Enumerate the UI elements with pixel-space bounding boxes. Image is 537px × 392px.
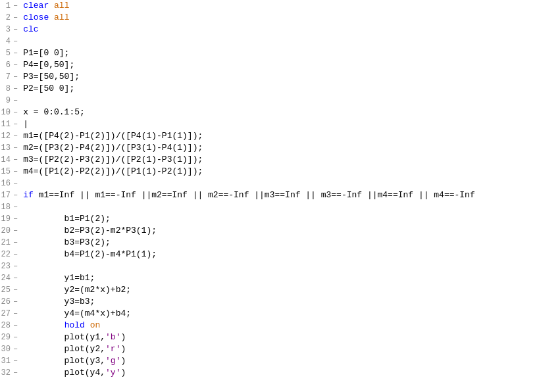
code-line: 22– b4=P1(2)-m4*P1(1); xyxy=(0,249,537,260)
code-line: 16– xyxy=(0,178,537,189)
line-number: 6 xyxy=(0,59,13,71)
line-dash: – xyxy=(13,95,23,107)
code-line: 15–m4=([P1(2)-P2(2)])/([P1(1)-P2(1)]); xyxy=(0,166,537,178)
code-line: 3–clc xyxy=(0,24,537,36)
line-number: 12 xyxy=(0,130,13,142)
line-number: 21 xyxy=(0,237,13,249)
code-line: 24– y1=b1; xyxy=(0,272,537,284)
line-number: 16 xyxy=(0,178,13,189)
line-dash: – xyxy=(13,201,23,213)
line-content: P1=[0 0]; xyxy=(23,47,537,59)
line-content: b3=P3(2); xyxy=(23,237,537,249)
line-dash: – xyxy=(13,83,23,95)
line-number: 28 xyxy=(0,320,13,331)
line-content: y2=(m2*x)+b2; xyxy=(23,284,537,296)
line-number: 13 xyxy=(0,142,13,154)
line-dash: – xyxy=(13,284,23,296)
line-number: 1 xyxy=(0,0,13,12)
line-content: plot(y2,'r') xyxy=(23,343,537,355)
code-line: 8–P2=[50 0]; xyxy=(0,83,537,95)
code-line: 14–m3=([P2(2)-P3(2)])/([P2(1)-P3(1)]); xyxy=(0,154,537,166)
line-content: clear all xyxy=(23,0,537,12)
line-content: m3=([P2(2)-P3(2)])/([P2(1)-P3(1)]); xyxy=(23,154,537,166)
code-line: 5–P1=[0 0]; xyxy=(0,47,537,59)
line-number: 4 xyxy=(0,36,13,47)
code-line: 11–| xyxy=(0,118,537,130)
line-dash: – xyxy=(13,71,23,83)
line-content: hold on xyxy=(23,320,537,331)
line-dash: – xyxy=(13,331,23,343)
line-content: b2=P3(2)-m2*P3(1); xyxy=(23,225,537,237)
code-line: 29– plot(y1,'b') xyxy=(0,331,537,343)
line-number: 5 xyxy=(0,47,13,59)
line-dash: – xyxy=(13,225,23,237)
line-number: 18 xyxy=(0,201,13,213)
line-number: 10 xyxy=(0,107,13,118)
line-content: if m1==Inf || m1==-Inf ||m2==Inf || m2==… xyxy=(23,189,537,201)
line-dash: – xyxy=(13,272,23,284)
line-dash: – xyxy=(13,320,23,331)
line-number: 2 xyxy=(0,12,13,24)
line-number: 27 xyxy=(0,308,13,320)
line-content: y1=b1; xyxy=(23,272,537,284)
code-line: 30– plot(y2,'r') xyxy=(0,343,537,355)
line-dash: – xyxy=(13,47,23,59)
line-number: 20 xyxy=(0,225,13,237)
line-number: 26 xyxy=(0,296,13,308)
line-number: 31 xyxy=(0,355,13,367)
line-number: 17 xyxy=(0,189,13,201)
line-number: 9 xyxy=(0,95,13,107)
line-number: 19 xyxy=(0,213,13,225)
line-dash: – xyxy=(13,130,23,142)
line-content: P3=[50,50]; xyxy=(23,71,537,83)
line-content: b1=P1(2); xyxy=(23,213,537,225)
line-number: 29 xyxy=(0,331,13,343)
code-line: 20– b2=P3(2)-m2*P3(1); xyxy=(0,225,537,237)
code-line: 26– y3=b3; xyxy=(0,296,537,308)
line-number: 24 xyxy=(0,272,13,284)
line-content: plot(y1,'b') xyxy=(23,331,537,343)
line-dash: – xyxy=(13,12,23,24)
editor-container: 1–clear all2–close all3–clc4–5–P1=[0 0];… xyxy=(0,0,537,392)
line-number: 14 xyxy=(0,154,13,166)
code-line: 6–P4=[0,50]; xyxy=(0,59,537,71)
line-dash: – xyxy=(13,142,23,154)
line-dash: – xyxy=(13,59,23,71)
line-dash: – xyxy=(13,355,23,367)
line-content: b4=P1(2)-m4*P1(1); xyxy=(23,249,537,260)
line-content: close all xyxy=(23,12,537,24)
code-line: 21– b3=P3(2); xyxy=(0,237,537,249)
code-line: 17–if m1==Inf || m1==-Inf ||m2==Inf || m… xyxy=(0,189,537,201)
line-content: clc xyxy=(23,24,537,36)
code-line: 19– b1=P1(2); xyxy=(0,213,537,225)
line-number: 3 xyxy=(0,24,13,36)
line-content: m2=([P3(2)-P4(2)])/([P3(1)-P4(1)]); xyxy=(23,142,537,154)
code-line: 32– plot(y4,'y') xyxy=(0,367,537,379)
line-dash: – xyxy=(13,24,23,36)
line-dash: – xyxy=(13,343,23,355)
line-dash: – xyxy=(13,189,23,201)
line-dash: – xyxy=(13,154,23,166)
line-dash: – xyxy=(13,178,23,189)
code-line: 28– hold on xyxy=(0,320,537,331)
code-area[interactable]: 1–clear all2–close all3–clc4–5–P1=[0 0];… xyxy=(0,0,537,379)
line-dash: – xyxy=(13,107,23,118)
line-number: 8 xyxy=(0,83,13,95)
code-line: 9– xyxy=(0,95,537,107)
line-dash: – xyxy=(13,367,23,379)
line-content: y3=b3; xyxy=(23,296,537,308)
line-content: P2=[50 0]; xyxy=(23,83,537,95)
code-line: 27– y4=(m4*x)+b4; xyxy=(0,308,537,320)
line-content: P4=[0,50]; xyxy=(23,59,537,71)
line-dash: – xyxy=(13,166,23,178)
code-line: 2–close all xyxy=(0,12,537,24)
line-content: x = 0:0.1:5; xyxy=(23,107,537,118)
line-content: m1=([P4(2)-P1(2)])/([P4(1)-P1(1)]); xyxy=(23,130,537,142)
line-number: 11 xyxy=(0,118,13,130)
code-line: 1–clear all xyxy=(0,0,537,12)
line-dash: – xyxy=(13,249,23,260)
line-content: y4=(m4*x)+b4; xyxy=(23,308,537,320)
line-content: m4=([P1(2)-P2(2)])/([P1(1)-P2(1)]); xyxy=(23,166,537,178)
code-line: 13–m2=([P3(2)-P4(2)])/([P3(1)-P4(1)]); xyxy=(0,142,537,154)
line-dash: – xyxy=(13,296,23,308)
